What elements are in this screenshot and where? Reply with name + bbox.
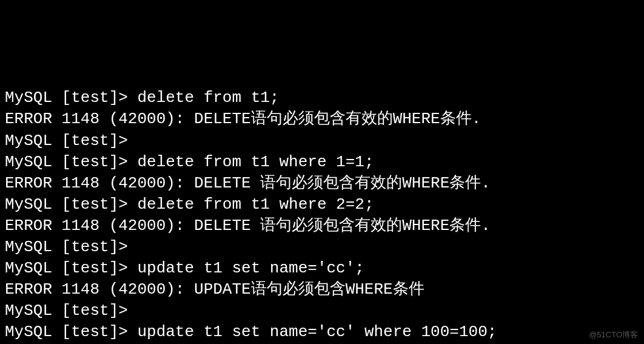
command: delete from t1;	[137, 89, 279, 107]
terminal-line: MySQL [test]>	[5, 300, 639, 322]
output-text: ERROR 1148 (42000): DELETE语句必须包含有效的WHERE…	[5, 110, 481, 128]
terminal-line: MySQL [test]> update t1 set name='cc' wh…	[5, 322, 639, 343]
prompt: MySQL [test]>	[5, 132, 137, 150]
terminal-line: MySQL [test]> delete from t1 where 2=2;	[5, 194, 639, 215]
prompt: MySQL [test]>	[5, 302, 137, 320]
terminal-line: ERROR 1148 (42000): UPDATE语句必须包含WHERE条件	[5, 279, 639, 300]
output-text: ERROR 1148 (42000): DELETE 语句必须包含有效的WHER…	[5, 217, 491, 235]
prompt: MySQL [test]>	[5, 238, 137, 256]
terminal-line: MySQL [test]>	[5, 130, 639, 152]
prompt: MySQL [test]>	[5, 259, 137, 277]
terminal-line: MySQL [test]> delete from t1 where 1=1;	[5, 152, 639, 173]
command: update t1 set name='cc';	[137, 259, 364, 277]
terminal-output[interactable]: MySQL [test]> delete from t1;ERROR 1148 …	[5, 87, 639, 344]
command: update t1 set name='cc' where 100=100;	[137, 323, 497, 341]
prompt: MySQL [test]>	[5, 195, 137, 214]
prompt: MySQL [test]>	[5, 323, 137, 341]
prompt: MySQL [test]>	[5, 89, 137, 107]
watermark: @51CTO博客	[589, 329, 638, 340]
terminal-line: MySQL [test]>	[5, 237, 639, 258]
command: delete from t1 where 1=1;	[137, 153, 374, 171]
terminal-line: ERROR 1148 (42000): DELETE语句必须包含有效的WHERE…	[5, 109, 639, 130]
output-text: ERROR 1148 (42000): DELETE 语句必须包含有效的WHER…	[5, 174, 491, 192]
terminal-line: ERROR 1148 (42000): DELETE 语句必须包含有效的WHER…	[5, 173, 639, 194]
terminal-line: MySQL [test]> update t1 set name='cc';	[5, 258, 639, 279]
command: delete from t1 where 2=2;	[137, 195, 374, 214]
terminal-line: MySQL [test]> delete from t1;	[5, 87, 639, 109]
prompt: MySQL [test]>	[5, 153, 137, 171]
output-text: ERROR 1148 (42000): UPDATE语句必须包含WHERE条件	[5, 280, 424, 298]
terminal-line: ERROR 1148 (42000): DELETE 语句必须包含有效的WHER…	[5, 215, 639, 237]
